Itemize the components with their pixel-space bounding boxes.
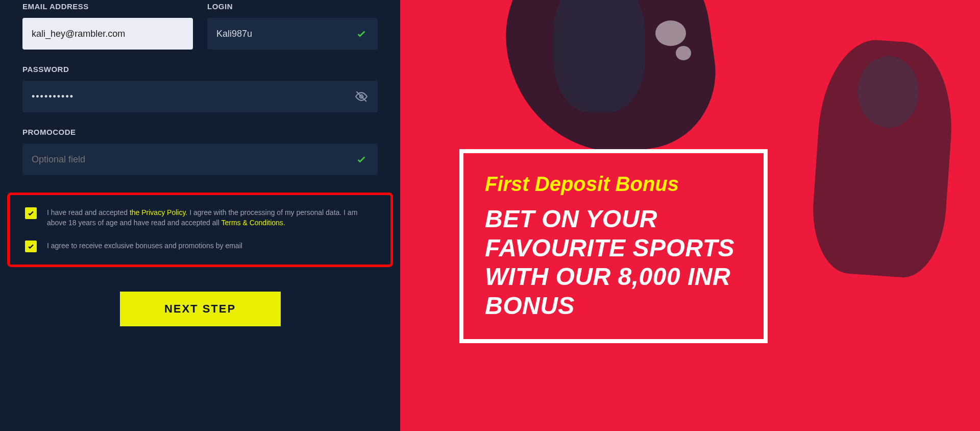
login-label: LOGIN (207, 2, 378, 11)
athlete-silhouette-1-detail (553, 0, 645, 112)
registration-form-panel: EMAIL ADDRESS LOGIN PASSWORD (0, 0, 400, 431)
promocode-input-wrap[interactable] (22, 143, 378, 175)
terms-checkbox[interactable] (25, 207, 37, 219)
promo-box: First Deposit Bonus BET ON YOUR FAVOURIT… (459, 149, 768, 343)
promo-subtitle: First Deposit Bonus (485, 173, 742, 196)
password-field[interactable] (32, 91, 354, 102)
paint-splatter (676, 46, 691, 60)
terms-conditions-link[interactable]: Terms & Conditions. (221, 219, 285, 227)
next-step-button[interactable]: NEXT STEP (120, 292, 281, 326)
marketing-text: I agree to receive exclusive bonuses and… (47, 241, 242, 251)
promo-banner-panel: First Deposit Bonus BET ON YOUR FAVOURIT… (400, 0, 980, 431)
promocode-field[interactable] (32, 154, 354, 165)
promo-headline: BET ON YOUR FAVOURITE SPORTS WITH OUR 8,… (485, 205, 742, 321)
paint-splatter (655, 20, 686, 46)
password-label: PASSWORD (22, 65, 378, 74)
login-input-wrap[interactable] (207, 18, 378, 50)
promocode-label: PROMOCODE (22, 128, 378, 136)
password-input-wrap[interactable] (22, 81, 378, 112)
terms-text: I have read and accepted the Privacy Pol… (47, 207, 375, 228)
email-input-wrap[interactable] (22, 18, 193, 50)
email-label: EMAIL ADDRESS (22, 2, 193, 11)
check-icon (354, 152, 369, 166)
marketing-checkbox[interactable] (25, 241, 37, 252)
check-icon (354, 27, 369, 41)
athlete-silhouette-2-head (857, 56, 919, 128)
login-field[interactable] (216, 29, 354, 39)
email-field[interactable] (32, 29, 184, 39)
terms-highlight-box: I have read and accepted the Privacy Pol… (7, 193, 393, 267)
privacy-policy-link[interactable]: the Privacy Policy. (130, 208, 187, 217)
eye-off-icon[interactable] (354, 89, 369, 104)
